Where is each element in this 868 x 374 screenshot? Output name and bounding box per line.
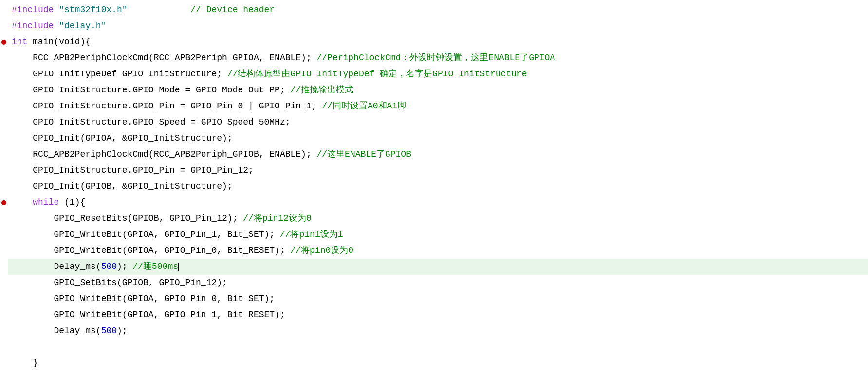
comment-pin1-set: //将pin1设为1 <box>280 228 343 242</box>
rcc-apb2-gpioa: RCC_APB2PeriphClockCmd(RCC_APB2Periph_GP… <box>12 52 317 65</box>
gutter-8 <box>0 114 8 130</box>
line-content-22 <box>8 339 868 355</box>
line-content-3: int main(void){ <box>8 34 868 50</box>
gutter-22 <box>0 339 8 355</box>
gutter-20 <box>0 307 8 323</box>
gpio-init-gpiob: GPIO_Init(GPIOB, &GPIO_InitStructure); <box>12 180 233 194</box>
line-content-8: GPIO_InitStructure.GPIO_Speed = GPIO_Spe… <box>8 114 868 130</box>
code-line-13: while (1){ <box>0 195 868 211</box>
code-line-24: } <box>0 371 868 374</box>
code-line-12: GPIO_Init(GPIOB, &GPIO_InitStructure); <box>0 178 868 195</box>
gutter-21 <box>0 323 8 339</box>
gutter-11 <box>0 162 8 178</box>
rcc-apb2-gpiob: RCC_APB2PeriphClockCmd(RCC_APB2Periph_GP… <box>12 148 317 161</box>
comment-gpiob: //这里ENABLE了GPIOB <box>317 148 411 161</box>
code-line-20: GPIO_WriteBit(GPIOA, GPIO_Pin_1, Bit_RES… <box>0 307 868 323</box>
comment-gpioa: //PeriphClockCmd：外设时钟设置，这里ENABLE了GPIOA <box>317 52 555 65</box>
gutter-9 <box>0 130 8 146</box>
code-line-8: GPIO_InitStructure.GPIO_Speed = GPIO_Spe… <box>0 114 868 130</box>
code-line-7: GPIO_InitStructure.GPIO_Pin = GPIO_Pin_0… <box>0 98 868 114</box>
line-content-19: GPIO_WriteBit(GPIOA, GPIO_Pin_0, Bit_SET… <box>8 291 868 307</box>
code-editor: #include "stm32f10x.h" // Device header … <box>0 0 868 374</box>
comment-reset-pin12: //将pin12设为0 <box>243 212 311 226</box>
code-line-3: int main(void){ <box>0 34 868 50</box>
keyword-while: while <box>33 196 59 210</box>
closing-brace-main: } <box>12 373 17 374</box>
comment-pin0-reset: //将pin0设为0 <box>291 244 354 258</box>
breakpoint-3 <box>1 40 6 45</box>
gutter-4 <box>0 50 8 66</box>
line-content-7: GPIO_InitStructure.GPIO_Pin = GPIO_Pin_0… <box>8 98 868 114</box>
delay-value-2: 500 <box>101 324 117 338</box>
code-line-17: Delay_ms(500); //睡500ms <box>0 259 868 275</box>
gutter-17 <box>0 259 8 275</box>
spacing-1 <box>128 3 191 17</box>
gutter-24 <box>0 371 8 374</box>
gutter-19 <box>0 291 8 307</box>
code-line-22 <box>0 339 868 355</box>
comment-mode: //推挽输出模式 <box>291 84 354 97</box>
line-content-21: Delay_ms(500); <box>8 323 868 339</box>
line-content-5: GPIO_InitTypeDef GPIO_InitStructure; //结… <box>8 66 868 82</box>
gutter-15 <box>0 227 8 243</box>
string-stm32: "stm32f10x.h" <box>59 3 127 17</box>
gutter-12 <box>0 178 8 195</box>
gutter-16 <box>0 243 8 259</box>
line-content-2: #include "delay.h" <box>8 18 868 34</box>
delay-close-2: ); <box>117 324 128 338</box>
code-line-2: #include "delay.h" <box>0 18 868 34</box>
line-content-16: GPIO_WriteBit(GPIOA, GPIO_Pin_0, Bit_RES… <box>8 243 868 259</box>
line-content-12: GPIO_Init(GPIOB, &GPIO_InitStructure); <box>8 178 868 195</box>
breakpoint-13 <box>1 200 6 205</box>
code-line-9: GPIO_Init(GPIOA, &GPIO_InitStructure); <box>0 130 868 146</box>
keyword-int: int <box>12 36 33 49</box>
gpio-resetbits: GPIO_ResetBits(GPIOB, GPIO_Pin_12); <box>12 212 243 226</box>
code-line-5: GPIO_InitTypeDef GPIO_InitStructure; //结… <box>0 66 868 82</box>
line-content-1: #include "stm32f10x.h" // Device header <box>8 2 868 18</box>
comment-device-header: // Device header <box>190 3 275 17</box>
gutter-2 <box>0 18 8 34</box>
gpio-pin-01: GPIO_InitStructure.GPIO_Pin = GPIO_Pin_0… <box>12 100 322 113</box>
comment-sleep-500ms: //睡500ms <box>132 260 178 274</box>
delay-ms-2: Delay_ms( <box>12 324 101 338</box>
string-delay: "delay.h" <box>59 19 106 33</box>
line-content-6: GPIO_InitStructure.GPIO_Mode = GPIO_Mode… <box>8 82 868 98</box>
main-void: main(void){ <box>33 36 91 49</box>
gutter-10 <box>0 146 8 162</box>
gutter-18 <box>0 275 8 291</box>
line-content-24: } <box>8 371 868 374</box>
line-content-13: while (1){ <box>8 195 868 211</box>
line-content-9: GPIO_Init(GPIOA, &GPIO_InitStructure); <box>8 130 868 146</box>
gutter-6 <box>0 82 8 98</box>
code-line-16: GPIO_WriteBit(GPIOA, GPIO_Pin_0, Bit_RES… <box>0 243 868 259</box>
line-content-4: RCC_APB2PeriphClockCmd(RCC_APB2Periph_GP… <box>8 50 868 66</box>
code-line-15: GPIO_WriteBit(GPIOA, GPIO_Pin_1, Bit_SET… <box>0 227 868 243</box>
gpio-mode: GPIO_InitStructure.GPIO_Mode = GPIO_Mode… <box>12 84 291 97</box>
code-line-18: GPIO_SetBits(GPIOB, GPIO_Pin_12); <box>0 275 868 291</box>
delay-value-1: 500 <box>101 260 117 274</box>
closing-brace-while: } <box>12 356 38 370</box>
line-content-15: GPIO_WriteBit(GPIOA, GPIO_Pin_1, Bit_SET… <box>8 227 868 243</box>
code-line-1: #include "stm32f10x.h" // Device header <box>0 2 868 18</box>
gpio-init-gpioa: GPIO_Init(GPIOA, &GPIO_InitStructure); <box>12 132 233 145</box>
gutter-1 <box>0 2 8 18</box>
code-line-10: RCC_APB2PeriphClockCmd(RCC_APB2Periph_GP… <box>0 146 868 162</box>
gutter-14 <box>0 211 8 227</box>
line-content-11: GPIO_InitStructure.GPIO_Pin = GPIO_Pin_1… <box>8 162 868 178</box>
gpio-speed: GPIO_InitStructure.GPIO_Speed = GPIO_Spe… <box>12 116 291 129</box>
gutter-7 <box>0 98 8 114</box>
comment-pin01: //同时设置A0和A1脚 <box>322 100 406 113</box>
empty-line-22 <box>12 340 17 354</box>
keyword-include-2: #include <box>12 19 59 33</box>
line-content-23: } <box>8 355 868 371</box>
gutter-5 <box>0 66 8 82</box>
code-line-19: GPIO_WriteBit(GPIOA, GPIO_Pin_0, Bit_SET… <box>0 291 868 307</box>
gpio-writebit-pin0-reset: GPIO_WriteBit(GPIOA, GPIO_Pin_0, Bit_RES… <box>12 244 291 258</box>
gutter-3 <box>0 34 8 50</box>
gutter-13 <box>0 195 8 211</box>
code-line-4: RCC_APB2PeriphClockCmd(RCC_APB2Periph_GP… <box>0 50 868 66</box>
gpio-writebit-pin0-set: GPIO_WriteBit(GPIOA, GPIO_Pin_0, Bit_SET… <box>12 292 275 306</box>
comment-inittypedef: //结构体原型由GPIO_InitTypeDef 确定，名字是GPIO_Init… <box>227 68 527 81</box>
line-content-18: GPIO_SetBits(GPIOB, GPIO_Pin_12); <box>8 275 868 291</box>
line-content-14: GPIO_ResetBits(GPIOB, GPIO_Pin_12); //将p… <box>8 211 868 227</box>
